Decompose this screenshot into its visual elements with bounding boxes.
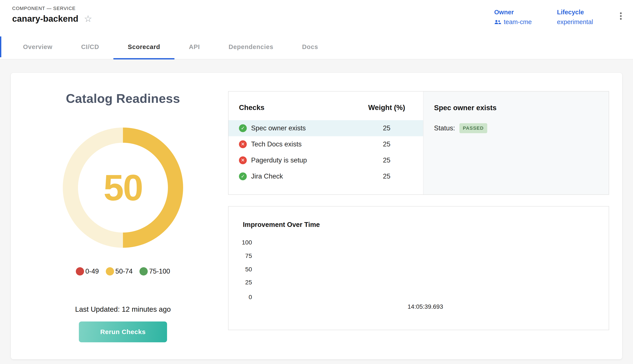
scorecard-title: Catalog Readiness	[18, 91, 228, 106]
tab-api[interactable]: API	[174, 35, 214, 59]
legend-label: 50-74	[115, 268, 132, 275]
check-name: Tech Docs exists	[251, 140, 302, 148]
check-weight: 25	[361, 124, 413, 132]
check-status-icon: ✕	[239, 156, 247, 164]
lifecycle-block: Lifecycle experimental	[557, 9, 593, 26]
tab-docs[interactable]: Docs	[288, 35, 332, 59]
legend-label: 0-49	[85, 268, 99, 275]
team-icon	[494, 20, 501, 24]
y-axis-tick: 0	[233, 293, 252, 301]
entity-meta: Owner team-cme Lifecycle experimental	[494, 6, 623, 26]
legend-item-mid: 50-74	[106, 267, 132, 276]
check-status-icon: ✓	[239, 124, 247, 132]
check-detail-panel: Spec owner exists Status: PASSED	[423, 92, 609, 194]
readiness-summary: Catalog Readiness 50 0-49 50-74 75-100	[11, 73, 228, 359]
y-axis-tick: 25	[233, 278, 252, 286]
check-weight: 25	[361, 156, 413, 164]
owner-label: Owner	[494, 9, 532, 16]
scorecard-page: Catalog Readiness 50 0-49 50-74 75-100	[0, 60, 633, 359]
y-axis-tick: 75	[233, 252, 252, 260]
owner-link[interactable]: team-cme	[494, 18, 532, 26]
weight-column-header: Weight (%)	[361, 104, 413, 112]
donut-hole: 50	[78, 143, 168, 232]
legend-label: 75-100	[149, 268, 170, 275]
x-axis-tick: 14:05:39.693	[395, 303, 456, 310]
entity-tabs: Overview CI/CD Scorecard API Dependencie…	[0, 35, 633, 60]
check-name: Spec owner exists	[251, 124, 306, 132]
legend-dot	[139, 267, 148, 276]
check-weight: 25	[361, 140, 413, 148]
favorite-star-icon[interactable]: ☆	[84, 14, 92, 24]
check-name: Jira Check	[251, 172, 283, 180]
tab-overview[interactable]: Overview	[9, 35, 67, 59]
readiness-donut: 50	[63, 128, 183, 248]
scorecard-card: Catalog Readiness 50 0-49 50-74 75-100	[11, 73, 622, 359]
entity-kind-label: COMPONENT — SERVICE	[12, 6, 92, 11]
kebab-menu-icon[interactable]	[618, 10, 623, 22]
check-row[interactable]: ✕ Tech Docs exists 25	[229, 136, 423, 152]
check-row[interactable]: ✓ Jira Check 25	[229, 168, 423, 184]
owner-block: Owner team-cme	[494, 9, 532, 26]
score-legend: 0-49 50-74 75-100	[18, 267, 228, 276]
last-updated-text: Last Updated: 12 minutes ago	[18, 305, 228, 314]
check-name: Pagerduty is setup	[251, 156, 307, 164]
entity-identity: COMPONENT — SERVICE canary-backend ☆	[12, 6, 92, 24]
checks-table-header: Checks Weight (%)	[229, 92, 423, 120]
check-weight: 25	[361, 172, 413, 180]
legend-dot	[106, 267, 114, 276]
entity-header: COMPONENT — SERVICE canary-backend ☆ Own…	[0, 0, 633, 35]
improvement-chart: Improvement Over Time 100 75 50 25 0 14:…	[228, 206, 609, 330]
checks-column-header: Checks	[239, 104, 361, 112]
check-status-icon: ✕	[239, 140, 247, 148]
checks-panel: Checks Weight (%) ✓ Spec owner exists 25…	[228, 91, 609, 195]
tab-dependencies[interactable]: Dependencies	[214, 35, 288, 59]
score-value: 50	[104, 167, 142, 209]
lifecycle-value[interactable]: experimental	[557, 18, 593, 26]
lifecycle-label: Lifecycle	[557, 9, 593, 16]
page-title: canary-backend	[12, 14, 78, 24]
checks-table: Checks Weight (%) ✓ Spec owner exists 25…	[229, 92, 423, 194]
checks-and-chart: Checks Weight (%) ✓ Spec owner exists 25…	[228, 91, 609, 359]
status-label: Status:	[434, 124, 455, 132]
chart-title: Improvement Over Time	[243, 221, 320, 229]
tab-scorecard[interactable]: Scorecard	[113, 35, 174, 59]
status-badge: PASSED	[460, 123, 487, 133]
check-status-icon: ✓	[239, 172, 247, 180]
rerun-checks-button[interactable]: Rerun Checks	[79, 322, 167, 342]
check-row[interactable]: ✓ Spec owner exists 25	[229, 120, 423, 136]
legend-item-low: 0-49	[76, 267, 99, 276]
legend-dot	[76, 267, 84, 276]
legend-item-high: 75-100	[139, 267, 170, 276]
tab-cicd[interactable]: CI/CD	[67, 35, 113, 59]
check-detail-title: Spec owner exists	[434, 104, 598, 112]
y-axis-tick: 50	[233, 266, 252, 273]
y-axis-tick: 100	[233, 238, 252, 246]
owner-value: team-cme	[504, 18, 532, 26]
check-row[interactable]: ✕ Pagerduty is setup 25	[229, 152, 423, 168]
